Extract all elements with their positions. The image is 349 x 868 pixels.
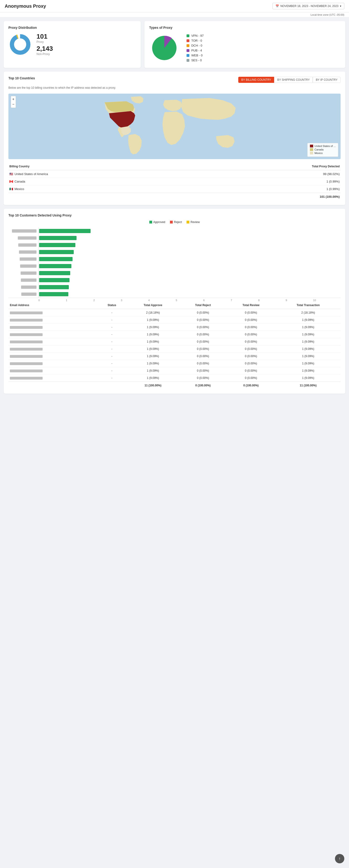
x-tick: 0 <box>38 298 66 302</box>
country-table-row: 🇺🇸United States of America 99 (98.02%) <box>8 170 341 178</box>
zoom-out-button[interactable]: − <box>11 102 16 107</box>
zoom-in-button[interactable]: + <box>11 97 16 102</box>
customer-email <box>8 338 98 345</box>
data-bar-row <box>39 227 341 235</box>
email-blur <box>10 341 42 343</box>
page-header: Anonymous Proxy 📅 NOVEMBER 18, 2023 - NO… <box>0 0 349 12</box>
customer-approve: 1 (9.09%) <box>126 374 180 382</box>
data-bar-row <box>39 284 341 291</box>
data-bar <box>39 250 74 254</box>
world-map: + − United States of ... Canada Mexico <box>8 94 341 159</box>
customer-total: 1 (9.09%) <box>276 338 341 345</box>
col-status: Status <box>98 302 126 309</box>
map-legend-canada: Canada <box>310 148 336 151</box>
customer-reject: 0 (0.00%) <box>180 309 226 316</box>
vpn-dot <box>187 34 189 37</box>
customer-table-footer: 11 (100.00%) 0 (100.00%) 0 (100.00%) 11 … <box>8 382 341 389</box>
email-blur <box>10 348 42 350</box>
customer-table-row: - 1 (9.09%) 0 (0.00%) 0 (0.00%) 1 (9.09%… <box>8 345 341 353</box>
countries-header: Top 10 Countries BY BILLING COUNTRY BY S… <box>8 76 341 83</box>
x-tick: 6 <box>203 298 230 302</box>
donut-chart <box>8 33 32 56</box>
canada-legend-label: Canada <box>315 148 324 151</box>
x-tick: 10 <box>313 298 341 302</box>
mexico-legend-color <box>310 152 313 154</box>
y-label-bar <box>20 265 36 268</box>
non-proxy-count: 2,143 <box>36 45 53 52</box>
y-label-bar <box>21 272 36 275</box>
customer-total: 1 (9.09%) <box>276 331 341 338</box>
col-total-proxy: Total Proxy Detected <box>200 163 341 170</box>
proxy-value: 1 (0.99%) <box>200 185 341 193</box>
col-email: Email Address <box>8 302 98 309</box>
customer-email <box>8 309 98 316</box>
top10-customers-card: Top 10 Customers Detected Using Proxy Ap… <box>4 209 345 394</box>
customer-approve: 2 (18.18%) <box>126 309 180 316</box>
customer-status: - <box>98 331 126 338</box>
donut-stats: 101 Proxy 2,143 Non-Proxy <box>36 33 53 56</box>
col-total-transaction: Total Transaction <box>276 302 341 309</box>
y-labels <box>8 227 38 298</box>
ses-label: SES - 0 <box>191 59 202 62</box>
customer-approve: 1 (9.09%) <box>126 338 180 345</box>
customer-table-row: - 1 (9.09%) 0 (0.00%) 0 (0.00%) 1 (9.09%… <box>8 331 341 338</box>
x-tick: 4 <box>148 298 176 302</box>
y-label-row <box>8 262 38 270</box>
customer-reject: 0 (0.00%) <box>180 331 226 338</box>
data-bar-row <box>39 291 341 298</box>
footer-review: 0 (100.00%) <box>226 382 276 389</box>
proxy-stat: 101 Proxy <box>36 33 53 43</box>
legend-reject: Reject <box>170 220 182 224</box>
customer-approve: 1 (9.09%) <box>126 360 180 367</box>
customer-email <box>8 324 98 331</box>
pub-dot <box>187 49 189 52</box>
customer-reject: 0 (0.00%) <box>180 360 226 367</box>
y-label-bar <box>21 292 36 296</box>
tab-billing-country[interactable]: BY BILLING COUNTRY <box>238 77 274 83</box>
tab-shipping-country[interactable]: BY SHIPPING COUNTRY <box>274 77 313 83</box>
customer-table-row: - 1 (9.09%) 0 (0.00%) 0 (0.00%) 1 (9.09%… <box>8 338 341 345</box>
data-bar-row <box>39 242 341 249</box>
world-map-svg <box>8 94 341 159</box>
date-range-picker[interactable]: 📅 NOVEMBER 18, 2023 - NOVEMBER 24, 2023 … <box>273 3 344 9</box>
web-label: WEB - 0 <box>191 54 202 57</box>
customer-review: 0 (0.00%) <box>226 360 276 367</box>
email-blur <box>10 355 42 358</box>
customer-table-row: - 1 (9.09%) 0 (0.00%) 0 (0.00%) 1 (9.09%… <box>8 367 341 374</box>
tor-dot <box>187 39 189 42</box>
customer-status: - <box>98 309 126 316</box>
email-blur <box>10 326 42 329</box>
customer-total: 1 (9.09%) <box>276 360 341 367</box>
data-bar <box>39 278 69 282</box>
country-table-body: 🇺🇸United States of America 99 (98.02%) 🇨… <box>8 170 341 193</box>
data-bar-row <box>39 235 341 242</box>
reject-dot <box>170 221 173 223</box>
email-blur <box>10 362 42 365</box>
customer-reject: 0 (0.00%) <box>180 353 226 360</box>
customer-email <box>8 331 98 338</box>
data-bar <box>39 257 72 261</box>
y-label-bar <box>20 257 36 261</box>
customer-status: - <box>98 374 126 382</box>
proxy-count: 101 <box>36 33 53 40</box>
customer-table-body: - 2 (18.18%) 0 (0.00%) 0 (0.00%) 2 (18.1… <box>8 309 341 382</box>
footer-total: 11 (100.00%) <box>276 382 341 389</box>
bars-col <box>38 227 341 298</box>
customer-reject: 0 (0.00%) <box>180 316 226 324</box>
tab-ip-country[interactable]: BY IP COUNTRY <box>313 77 341 83</box>
legend-approved: Approved <box>149 220 165 224</box>
customer-total: 1 (9.09%) <box>276 367 341 374</box>
page-content: Proxy Distribution 101 Proxy <box>0 17 349 397</box>
chart-legend: Approved Reject Review <box>8 220 341 224</box>
customer-review: 0 (0.00%) <box>226 374 276 382</box>
customer-table-row: - 1 (9.09%) 0 (0.00%) 0 (0.00%) 1 (9.09%… <box>8 324 341 331</box>
map-legend: United States of ... Canada Mexico <box>307 143 339 157</box>
country-table-row: 🇨🇦Canada 1 (0.99%) <box>8 178 341 185</box>
chevron-down-icon: ▾ <box>340 4 341 8</box>
ses-dot <box>187 59 189 62</box>
non-proxy-label: Non-Proxy <box>36 53 53 56</box>
country-footer-total: 101 (100.00%) <box>200 193 341 200</box>
country-table-footer: 101 (100.00%) <box>8 193 341 200</box>
country-footer-empty <box>8 193 200 200</box>
email-blur <box>10 319 42 321</box>
